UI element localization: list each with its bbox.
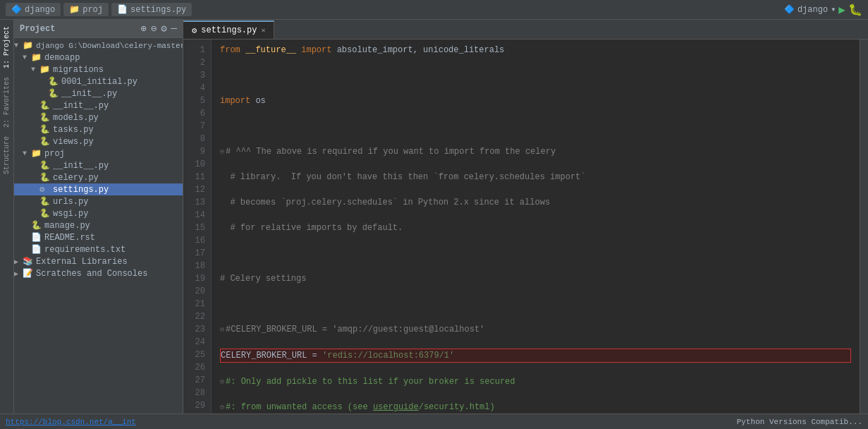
spacer xyxy=(23,234,31,241)
status-left: https://blog.csdn.net/a__int xyxy=(6,418,136,426)
editor-area: ⚙ settings.py ✕ 12345 678910 1112131415 … xyxy=(183,20,868,413)
python-compat-label: Python Versions Compatib... xyxy=(737,418,862,426)
settings-icon[interactable]: ⚙ xyxy=(161,23,166,35)
settings-nav-tab[interactable]: 📄 settings.py xyxy=(111,3,192,16)
arrow-icon: ▼ xyxy=(23,150,31,157)
tree-item-scratches[interactable]: ▶ 📝 Scratches and Consoles xyxy=(14,267,183,279)
tree-item-settings[interactable]: ⚙ settings.py xyxy=(14,183,183,195)
scroll-gutter xyxy=(860,40,868,413)
spacer xyxy=(31,186,39,193)
tree-item-urls[interactable]: 🐍 urls.py xyxy=(14,195,183,207)
spacer xyxy=(39,78,48,85)
editor-tab-settings[interactable]: ⚙ settings.py ✕ xyxy=(183,20,274,39)
sidebar-strip-favorites[interactable]: 2: Favorites xyxy=(1,74,12,131)
tree-label: models.py xyxy=(53,113,99,123)
rst-file-icon: 📄 xyxy=(31,232,42,243)
txt-file-icon: 📄 xyxy=(31,244,42,255)
tree-label: __init__.py xyxy=(61,89,117,99)
folder-icon: 📁 xyxy=(39,64,51,75)
debug-button[interactable]: 🐛 xyxy=(848,3,862,17)
sidebar-strip-structure[interactable]: Structure xyxy=(1,133,12,177)
panel-title: Project xyxy=(20,24,55,34)
tree-label: __init__.py xyxy=(53,161,109,171)
run-config-label: django xyxy=(797,5,828,15)
tree-item-external-libs[interactable]: ▶ 📚 External Libraries xyxy=(14,255,183,267)
status-bar: https://blog.csdn.net/a__int Python Vers… xyxy=(0,413,868,429)
collapse-all-icon[interactable]: ⊕ xyxy=(140,23,146,35)
arrow-icon: ▼ xyxy=(14,42,23,49)
tree-item-readme[interactable]: 📄 README.rst xyxy=(14,231,183,243)
django-tab-label: django xyxy=(25,5,55,15)
tree-label: manage.py xyxy=(44,221,90,231)
folder-icon: 📁 xyxy=(31,52,42,63)
panel-header-icons: ⊕ ⊖ ⚙ — xyxy=(140,23,177,35)
tree-item-0001[interactable]: 🐍 0001_initial.py xyxy=(14,75,183,87)
python-file-icon: 🐍 xyxy=(39,172,51,183)
python-file-icon: 🐍 xyxy=(48,88,59,99)
tree-item-demoapp[interactable]: ▼ 📁 demoapp xyxy=(14,52,183,64)
tree-label: urls.py xyxy=(53,197,88,207)
tree-item-migrations[interactable]: ▼ 📁 migrations xyxy=(14,64,183,75)
tree-label: celery.py xyxy=(53,173,99,183)
django-nav-tab[interactable]: 🔷 django xyxy=(6,3,61,16)
python-file-icon: 🐍 xyxy=(39,112,51,123)
spacer xyxy=(31,210,39,217)
tree-item-init-demoapp[interactable]: 🐍 __init__.py xyxy=(14,99,183,111)
code-editor[interactable]: from __future__ import absolute_import, … xyxy=(212,40,860,413)
spacer xyxy=(31,174,39,181)
spacer xyxy=(39,90,48,97)
python-file-icon: 🐍 xyxy=(39,124,51,135)
editor-content[interactable]: 12345 678910 1112131415 1617181920 21222… xyxy=(183,40,868,413)
tree-label: django G:\Download\celery-master\example… xyxy=(36,42,183,50)
main-layout: 1: Project 2: Favorites Structure Projec… xyxy=(0,20,868,413)
tree-item-manage[interactable]: 🐍 manage.py xyxy=(14,219,183,231)
arrow-icon: ▶ xyxy=(14,258,23,266)
spacer xyxy=(23,246,31,253)
tree-label: demoapp xyxy=(44,53,80,63)
tree-item-tasks[interactable]: 🐍 tasks.py xyxy=(14,123,183,135)
tree-item-django-root[interactable]: ▼ 📁 django G:\Download\celery-master\exa… xyxy=(14,40,183,52)
settings-tab-label: settings.py xyxy=(130,5,186,15)
tree-label: README.rst xyxy=(44,233,95,243)
dropdown-icon[interactable]: ▾ xyxy=(831,4,836,15)
tree-item-demoapp-init[interactable]: 🐍 __init__.py xyxy=(14,87,183,99)
tree-label: External Libraries xyxy=(36,257,128,267)
editor-tabs: ⚙ settings.py ✕ xyxy=(183,20,868,40)
arrow-icon: ▶ xyxy=(14,270,23,278)
tree-item-celery[interactable]: 🐍 celery.py xyxy=(14,171,183,183)
tree-item-wsgi[interactable]: 🐍 wsgi.py xyxy=(14,207,183,219)
proj-icon: 📁 xyxy=(69,4,80,15)
nav-tabs: 🔷 django 📁 proj 📄 settings.py xyxy=(6,3,192,16)
scratches-icon: 📝 xyxy=(23,268,34,279)
tab-close-icon[interactable]: ✕ xyxy=(261,26,265,35)
tree-item-requirements[interactable]: 📄 requirements.txt xyxy=(14,243,183,255)
close-panel-icon[interactable]: — xyxy=(171,23,177,35)
panel-header: Project ⊕ ⊖ ⚙ — xyxy=(14,20,183,38)
run-config-icon: 🔷 xyxy=(784,4,795,15)
tab-label: settings.py xyxy=(201,25,257,35)
tree-label: proj xyxy=(44,149,65,159)
django-icon: 🔷 xyxy=(11,4,22,15)
top-nav-bar: 🔷 django 📁 proj 📄 settings.py 🔷 django ▾… xyxy=(0,0,868,20)
run-button[interactable]: ▶ xyxy=(838,3,845,17)
spacer xyxy=(31,126,39,133)
tree-item-views[interactable]: 🐍 views.py xyxy=(14,135,183,147)
tree-item-proj-init[interactable]: 🐍 __init__.py xyxy=(14,159,183,171)
python-file-icon: 🐍 xyxy=(31,220,42,231)
proj-tab-label: proj xyxy=(82,5,103,15)
arrow-icon: ▼ xyxy=(23,54,31,61)
tree-item-models[interactable]: 🐍 models.py xyxy=(14,111,183,123)
tree-label: Scratches and Consoles xyxy=(36,269,147,279)
status-link[interactable]: https://blog.csdn.net/a__int xyxy=(6,418,136,426)
expand-icon[interactable]: ⊖ xyxy=(151,23,157,35)
sidebar-strip-project[interactable]: 1: Project xyxy=(1,23,12,71)
tree-item-proj[interactable]: ▼ 📁 proj xyxy=(14,147,183,159)
run-config-area: 🔷 django ▾ ▶ 🐛 xyxy=(784,3,862,17)
tree-label: views.py xyxy=(53,137,94,147)
folder-icon: 📁 xyxy=(31,148,42,159)
proj-nav-tab[interactable]: 📁 proj xyxy=(63,3,109,16)
status-right: Python Versions Compatib... xyxy=(737,418,862,426)
tab-file-icon: ⚙ xyxy=(192,25,197,36)
settings-file-icon: 📄 xyxy=(117,4,128,15)
python-file-icon: 🐍 xyxy=(39,100,51,111)
